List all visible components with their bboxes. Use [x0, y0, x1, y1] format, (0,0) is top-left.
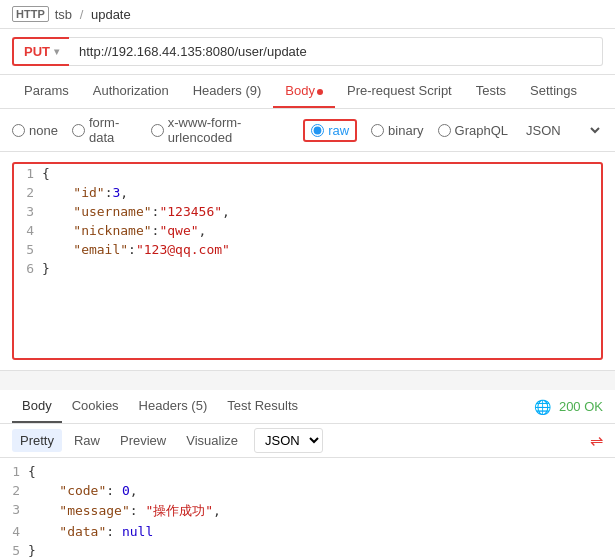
method-button[interactable]: PUT ▾ — [12, 37, 69, 66]
breadcrumb-parent: tsb — [55, 7, 72, 22]
response-tab-headers[interactable]: Headers (5) — [129, 390, 218, 423]
option-form-data[interactable]: form-data — [72, 115, 137, 145]
code-line-3: 3 "username":"123456", — [14, 202, 601, 221]
tab-authorization[interactable]: Authorization — [81, 75, 181, 108]
response-tab-test-results[interactable]: Test Results — [217, 390, 308, 423]
code-line-5: 5 "email":"123@qq.com" — [14, 240, 601, 259]
code-line-6: 6 } — [14, 259, 601, 278]
response-status-area: 🌐 200 OK — [534, 399, 603, 415]
resp-line-4: 4 "data": null — [0, 522, 615, 541]
response-json-select-wrap: JSON Text — [254, 428, 323, 453]
json-type-select-wrap: JSON Text JavaScript HTML XML — [522, 122, 603, 139]
globe-icon: 🌐 — [534, 399, 551, 415]
body-options-bar: none form-data x-www-form-urlencoded raw… — [0, 109, 615, 152]
option-binary[interactable]: binary — [371, 123, 423, 138]
resp-line-5: 5 } — [0, 541, 615, 558]
response-tab-cookies[interactable]: Cookies — [62, 390, 129, 423]
fmt-visualize-button[interactable]: Visualize — [178, 429, 246, 452]
status-badge: 200 OK — [559, 399, 603, 414]
title-bar: HTTP tsb / update — [0, 0, 615, 29]
resp-line-2: 2 "code": 0, — [0, 481, 615, 500]
tab-settings[interactable]: Settings — [518, 75, 589, 108]
chevron-down-icon: ▾ — [54, 46, 59, 57]
code-line-1: 1 { — [14, 164, 601, 183]
code-line-4: 4 "nickname":"qwe", — [14, 221, 601, 240]
response-format-bar: Pretty Raw Preview Visualize JSON Text ⇌ — [0, 424, 615, 458]
fmt-raw-button[interactable]: Raw — [66, 429, 108, 452]
url-input[interactable] — [69, 37, 603, 66]
resp-line-1: 1 { — [0, 462, 615, 481]
tab-pre-request-script[interactable]: Pre-request Script — [335, 75, 464, 108]
method-label: PUT — [24, 44, 50, 59]
section-divider — [0, 370, 615, 390]
response-tab-body[interactable]: Body — [12, 390, 62, 423]
tab-params[interactable]: Params — [12, 75, 81, 108]
option-urlencoded[interactable]: x-www-form-urlencoded — [151, 115, 289, 145]
http-icon: HTTP — [12, 6, 49, 22]
response-json-select[interactable]: JSON Text — [254, 428, 323, 453]
tab-tests[interactable]: Tests — [464, 75, 518, 108]
option-graphql[interactable]: GraphQL — [438, 123, 508, 138]
option-raw[interactable]: raw — [303, 119, 357, 142]
body-active-dot — [317, 89, 323, 95]
url-bar: PUT ▾ — [0, 29, 615, 75]
breadcrumb: tsb / update — [55, 7, 131, 22]
response-body-viewer: 1 { 2 "code": 0, 3 "message": "操作成功", 4 … — [0, 458, 615, 558]
json-type-select[interactable]: JSON Text JavaScript HTML XML — [522, 122, 603, 139]
fmt-pretty-button[interactable]: Pretty — [12, 429, 62, 452]
breadcrumb-current: update — [91, 7, 131, 22]
breadcrumb-separator: / — [80, 7, 84, 22]
option-none[interactable]: none — [12, 123, 58, 138]
request-body-editor[interactable]: 1 { 2 "id":3, 3 "username":"123456", 4 "… — [12, 162, 603, 360]
response-tab-bar: Body Cookies Headers (5) Test Results 🌐 … — [0, 390, 615, 424]
resp-line-3: 3 "message": "操作成功", — [0, 500, 615, 522]
tab-body[interactable]: Body — [273, 75, 335, 108]
sort-icon[interactable]: ⇌ — [590, 431, 603, 450]
request-tab-bar: Params Authorization Headers (9) Body Pr… — [0, 75, 615, 109]
tab-headers[interactable]: Headers (9) — [181, 75, 274, 108]
code-line-2: 2 "id":3, — [14, 183, 601, 202]
fmt-preview-button[interactable]: Preview — [112, 429, 174, 452]
